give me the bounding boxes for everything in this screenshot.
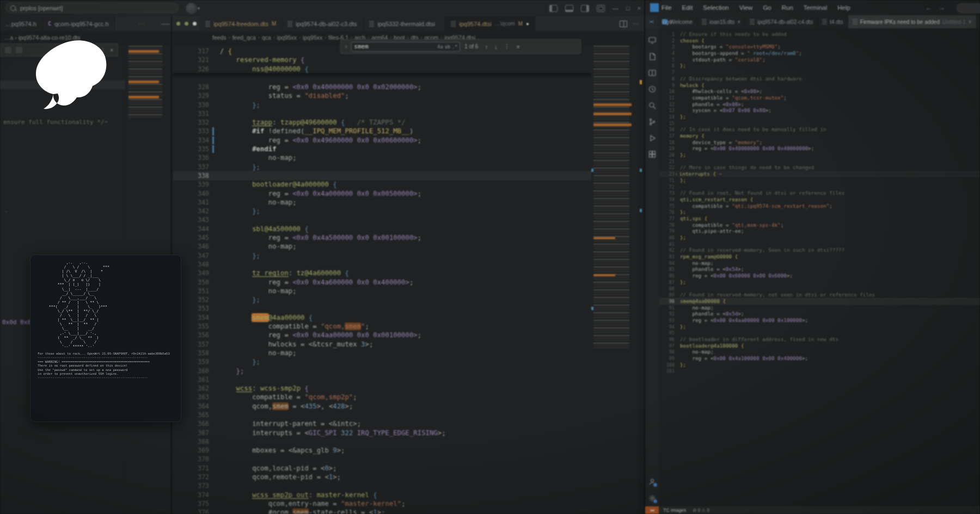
remote-explorer-icon[interactable] (648, 36, 657, 45)
breadcrumb-segment[interactable]: ipq95xx (303, 34, 322, 41)
find-option-icon[interactable] (16, 47, 22, 53)
code-line[interactable]: 12phandle = <0x08>; (659, 101, 980, 108)
code-line[interactable]: 98no-map; (659, 349, 980, 355)
tab[interactable]: logo Welcome (658, 15, 698, 28)
code-line[interactable]: 3bootargs = "console=ttyMSM0"; (659, 44, 980, 50)
code-line[interactable]: 11compatible = "qcom,tcsr-mutex"; (659, 95, 980, 101)
code-line[interactable]: 18device_type = "memory"; (659, 139, 980, 146)
breadcrumb-segment[interactable]: ipq95xx (277, 34, 297, 41)
code-line[interactable]: 101 (659, 368, 980, 374)
code-line[interactable]: 8// Discrepancy between dtsi and hardwar… (659, 76, 980, 82)
breadcrumb-segment[interactable]: feeds (212, 34, 226, 41)
code-line[interactable]: 349tz_region: tz@4a600000 { (173, 269, 591, 277)
find-widget[interactable]: › smem Aa ab .* 1 of 6 ↑ ↓ ⋮ × (340, 39, 581, 54)
split-editor-icon[interactable] (620, 21, 627, 27)
code-line[interactable]: 338 (173, 171, 591, 180)
code-line[interactable]: 348 (173, 260, 591, 269)
tab[interactable]: ipq9574.dtsi…\qcom M● (445, 16, 535, 31)
code-line[interactable]: 100}; (659, 362, 980, 368)
code-line[interactable]: 363compatible = "qcom,smp2p"; (173, 393, 591, 401)
code-line[interactable]: 366interrupt-parent = <&intc>; (173, 419, 591, 428)
find-input[interactable]: smem Aa ab .* (351, 42, 460, 52)
menu-terminal[interactable]: Terminal (804, 4, 827, 11)
find-next-icon[interactable]: ↓ (494, 44, 498, 50)
find-option-icon[interactable] (5, 47, 11, 53)
code-line[interactable]: 16// In case it does need to be manually… (659, 126, 980, 133)
breadcrumb-segment[interactable]: feed_qca (232, 34, 256, 41)
menu-run[interactable]: Run (782, 4, 793, 11)
code-line[interactable]: 89// Found in reserved-memory, not seen … (659, 292, 980, 298)
code-line[interactable]: 353 (173, 304, 591, 313)
tab[interactable]: …pq9574.h (0, 16, 42, 31)
code-line[interactable]: 13syscon = <0x07 0x00 0x80>; (659, 107, 980, 114)
code-line[interactable]: 80}; (659, 234, 980, 241)
find-in-selection-icon[interactable]: ⋮ (504, 43, 510, 50)
code-line[interactable]: 370 (173, 455, 591, 463)
account-avatar[interactable] (186, 3, 197, 14)
code-line[interactable]: 23›interrupts { ⋯ (659, 171, 980, 177)
tab[interactable]: t4.dts (818, 15, 848, 28)
editor-main[interactable]: 317/ {321reserved-memory {326nss@4000000… (173, 46, 591, 514)
find-previous-icon[interactable]: ↑ (485, 44, 488, 50)
toggle-secondary-sidebar-icon[interactable] (581, 5, 589, 12)
code-line[interactable]: 328reg = <0x0 0x40000000 0x0 0x02000000>… (173, 83, 591, 91)
code-line[interactable]: 7 (659, 69, 980, 76)
code-line[interactable]: 355compatible = "qcom,smem"; (173, 322, 591, 331)
code-line[interactable]: 75compatible = "qti,ipq9574-scm_restart_… (659, 203, 980, 209)
code-line[interactable]: 372qcom,remote-pid = <1>; (173, 473, 591, 481)
menu-selection[interactable]: Selection (703, 4, 728, 11)
code-line[interactable]: 360}; (173, 367, 591, 375)
menu-view[interactable]: View (739, 4, 753, 11)
extensions-icon[interactable] (648, 150, 657, 159)
code-line[interactable]: 74qti,scm_restart_reason { (659, 196, 980, 203)
code-line[interactable]: 331 (173, 109, 591, 118)
code-line[interactable]: 354smem@4aa00000 { (173, 313, 591, 322)
code-line[interactable]: 369mboxes = <&apcs_glb 9>; (173, 446, 591, 455)
code-line[interactable]: 87}; (659, 279, 980, 286)
code-line[interactable]: 94}; (659, 324, 980, 330)
code-line[interactable]: 76}; (659, 209, 980, 215)
code-line[interactable]: 336no-map; (173, 153, 591, 162)
history-icon[interactable] (648, 85, 657, 94)
code-line[interactable]: 334reg = <0x0 0x49600000 0x0 0x00600000>… (173, 136, 591, 145)
code-line[interactable]: 77qti,sps { (659, 215, 980, 222)
code-line[interactable]: 321reserved-memory { (173, 55, 591, 64)
code-line[interactable]: 78compatible = "qti,msm-sps-4k"; (659, 222, 980, 228)
code-line[interactable]: 339bootloader@4a000000 { (173, 180, 591, 189)
match-case-icon[interactable]: Aa (438, 42, 443, 52)
remote-status-badge[interactable]: >< (645, 506, 659, 514)
code-line[interactable]: 1// Ensure if this needs to be added (659, 31, 980, 38)
code-line[interactable]: 73// Found in root, Not found in dtsi or… (659, 190, 980, 196)
code-line[interactable]: 357hwlocks = <&tcsr_mutex 3>; (173, 340, 591, 349)
code-line[interactable]: 15 (659, 120, 980, 127)
accounts-icon[interactable] (648, 478, 657, 486)
code-line[interactable]: 5stdout-path = "serial0"; (659, 57, 980, 63)
code-line[interactable]: 88 (659, 286, 980, 292)
menu-help[interactable]: Help (837, 4, 850, 11)
find-expand-icon[interactable]: › (345, 44, 347, 49)
code-line[interactable]: 371qcom,local-pid = <0>; (173, 464, 591, 473)
code-line[interactable]: 95 (659, 330, 980, 336)
customize-layout-icon[interactable] (597, 5, 605, 12)
code-line[interactable]: 375qcom,entry-name = "master-kernel"; (173, 499, 591, 508)
code-line[interactable]: 20}; (659, 152, 980, 158)
code-line[interactable]: 343 (173, 215, 591, 224)
code-line[interactable]: 93reg = <0x00 0x4aa00000 0x00 0x100000>; (659, 317, 980, 324)
code-line[interactable]: 17memory { (659, 133, 980, 139)
tab[interactable]: ioan15.dts× (697, 15, 745, 28)
close-icon[interactable]: × (110, 47, 113, 53)
code-line[interactable]: 330}; (173, 101, 591, 109)
minimap[interactable] (591, 46, 638, 514)
code-line[interactable]: 365 (173, 411, 591, 419)
code-line[interactable]: 81 (659, 241, 980, 247)
command-center-search[interactable]: prplos [openwrt] (5, 3, 179, 13)
whole-word-icon[interactable]: ab (445, 42, 450, 52)
code-line[interactable]: 351no-map; (173, 287, 591, 295)
explorer-icon[interactable] (648, 52, 657, 61)
status-remote-label[interactable]: TC Images (663, 507, 686, 513)
code-line[interactable]: 4bootargs-append = " root=/dev/ram0"; (659, 50, 980, 57)
code-line[interactable]: 85phandle = <0x54>; (659, 266, 980, 273)
code-line[interactable]: 376#qcom,smem-state-cells = <1>; (173, 508, 591, 514)
code-line[interactable]: 21 (659, 158, 980, 165)
code-line[interactable]: 72 (659, 184, 980, 190)
